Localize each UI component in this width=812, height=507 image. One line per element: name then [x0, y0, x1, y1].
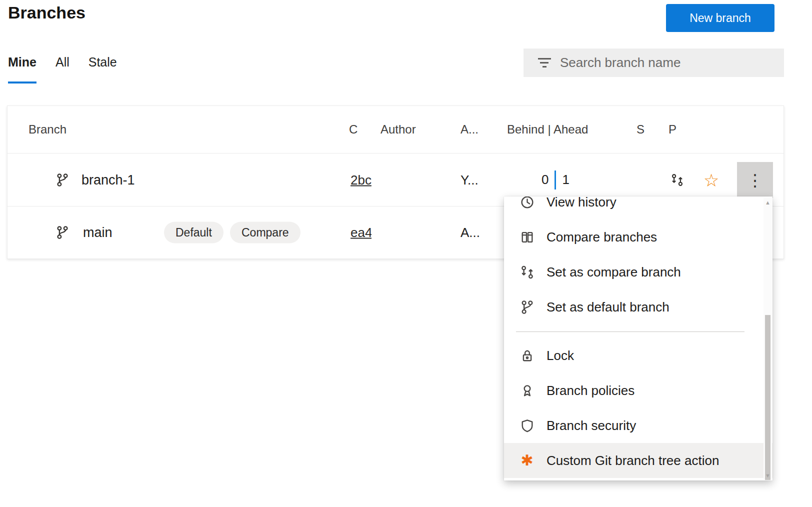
menu-item-set-default-branch[interactable]: Set as default branch	[504, 290, 772, 324]
column-header-branch: Branch	[28, 122, 66, 136]
ribbon-icon	[519, 382, 535, 398]
git-branch-icon	[519, 299, 535, 315]
git-compare-icon[interactable]	[670, 173, 684, 186]
commit-link[interactable]: ea4	[350, 225, 372, 240]
menu-item-view-history[interactable]: View history	[504, 196, 772, 220]
commit-link[interactable]: 2bc	[350, 172, 372, 188]
author-name: Y...	[460, 172, 478, 188]
tab-stale[interactable]: Stale	[88, 53, 117, 84]
ahead-count: 1	[562, 172, 569, 188]
menu-item-label: Set as default branch	[546, 300, 670, 315]
shield-icon	[519, 418, 535, 434]
more-options-button[interactable]: ⋮	[737, 162, 773, 198]
author-name: A...	[460, 225, 480, 240]
branches-tab-bar: Mine All Stale	[8, 53, 117, 84]
filter-icon	[538, 58, 551, 68]
menu-item-branch-security[interactable]: Branch security	[504, 408, 772, 443]
scroll-up-icon[interactable]: ▲	[764, 200, 772, 206]
menu-item-label: Set as compare branch	[546, 264, 681, 280]
column-header-authored-date: A...	[460, 122, 478, 136]
column-header-commit: C	[349, 122, 358, 136]
lock-icon	[519, 348, 535, 364]
git-branch-icon	[56, 173, 70, 187]
menu-item-branch-policies[interactable]: Branch policies	[504, 373, 772, 408]
column-header-behind-ahead: Behind | Ahead	[507, 122, 588, 136]
default-badge: Default	[164, 222, 224, 244]
new-branch-button[interactable]: New branch	[666, 4, 774, 32]
tab-mine[interactable]: Mine	[8, 53, 36, 84]
scrollbar-thumb[interactable]	[765, 315, 770, 480]
menu-item-label: Compare branches	[546, 230, 657, 245]
table-header-row: Branch C Author A... Behind | Ahead S P	[8, 106, 784, 154]
scroll-down-icon[interactable]: ▼	[764, 472, 772, 478]
column-header-author: Author	[380, 122, 416, 136]
compare-branches-icon	[519, 229, 535, 245]
menu-item-custom-git-branch-tree-action[interactable]: ✱ Custom Git branch tree action	[504, 443, 772, 478]
branch-name-link[interactable]: branch-1	[82, 172, 135, 188]
menu-item-label: Branch security	[546, 418, 636, 434]
page-title: Branches	[8, 3, 86, 22]
branch-name-link[interactable]: main	[83, 225, 112, 240]
behind-ahead-divider	[554, 170, 556, 190]
favorite-star-icon[interactable]: ☆	[704, 171, 719, 188]
history-icon	[519, 196, 535, 210]
git-compare-icon	[519, 264, 535, 280]
menu-item-label: Lock	[546, 348, 574, 364]
search-input[interactable]	[560, 55, 784, 70]
menu-divider	[516, 332, 744, 332]
behind-count: 0	[542, 172, 548, 188]
menu-item-label: Custom Git branch tree action	[546, 453, 719, 468]
menu-scrollbar[interactable]: ▲ ▼	[764, 198, 772, 480]
asterisk-icon: ✱	[519, 452, 535, 468]
menu-item-lock[interactable]: Lock	[504, 338, 772, 373]
compare-badge: Compare	[230, 222, 300, 244]
column-header-status: S	[636, 122, 644, 136]
git-branch-icon	[56, 226, 70, 240]
menu-item-set-compare-branch[interactable]: Set as compare branch	[504, 254, 772, 290]
menu-item-label: Branch policies	[546, 383, 634, 398]
column-header-pull-request: P	[668, 122, 676, 136]
menu-item-label: View history	[546, 196, 616, 210]
tab-all[interactable]: All	[56, 53, 70, 84]
menu-item-compare-branches[interactable]: Compare branches	[504, 220, 772, 254]
branch-context-menu: View history Compare branches Set as com…	[504, 196, 772, 480]
branch-search-box	[524, 48, 784, 77]
behind-ahead-cell: 0 1	[542, 170, 570, 190]
